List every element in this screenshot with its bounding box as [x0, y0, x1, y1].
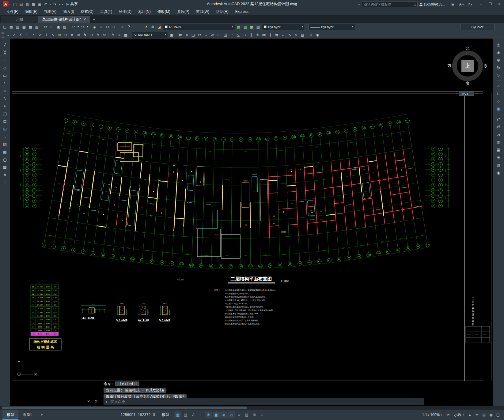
menu-file[interactable]: 文件(F) — [3, 8, 22, 15]
compass-east-label[interactable]: 东 — [484, 63, 487, 69]
object-snap-tracking-icon[interactable]: ◈ — [220, 411, 227, 418]
search-chevron-icon[interactable]: ▸ — [359, 3, 360, 6]
dim-linear-icon[interactable]: ↔ — [5, 32, 11, 38]
ortho-icon[interactable]: ⊥ — [197, 411, 204, 418]
graphics-performance-icon[interactable]: ◉ — [487, 411, 495, 418]
extend-icon[interactable]: → — [203, 32, 209, 38]
lineweight-display-icon[interactable]: ≡ — [236, 411, 243, 418]
layout-tab-layout1[interactable]: 布局1 — [18, 410, 36, 420]
arc-icon[interactable]: ◜ — [1, 80, 9, 87]
dim-break-icon[interactable]: ≠ — [69, 32, 75, 38]
match-properties-icon[interactable]: ▨ — [62, 24, 68, 30]
dim-style-manager-icon[interactable]: ▣ — [169, 32, 175, 38]
make-block-icon[interactable]: ⊞ — [1, 126, 9, 133]
quick-select-icon[interactable]: ◉ — [314, 32, 321, 38]
layer-previous-icon[interactable]: ▥ — [242, 24, 248, 30]
scrollbar-thumb[interactable] — [2, 407, 247, 409]
offset-icon[interactable]: ∥ — [248, 32, 254, 38]
transparency-icon[interactable]: ▨ — [243, 411, 250, 418]
file-tab-start[interactable]: 开始 — [1, 16, 38, 23]
menu-insert[interactable]: 插入(I) — [60, 8, 77, 15]
maximize-button[interactable]: ❐ — [486, 0, 495, 8]
dim-diameter-icon[interactable]: ⊘ — [37, 32, 43, 38]
leader-icon[interactable]: ↖ — [50, 32, 56, 38]
customization-gear-icon[interactable]: ✳ — [445, 411, 452, 418]
menu-dimension[interactable]: 标注(N) — [135, 8, 154, 15]
qat-redo-dropdown[interactable]: ▾ — [58, 1, 61, 7]
compass-north-label[interactable]: 北 — [466, 46, 469, 51]
model-space-toggle[interactable]: 模型 — [159, 412, 172, 418]
qat-open-icon[interactable]: ▤ — [18, 1, 24, 7]
rotate-gizmo-icon[interactable]: ↺ — [495, 123, 502, 130]
color-combo[interactable]: ByLayer▾ — [262, 24, 305, 30]
undo-icon[interactable]: ↶ — [70, 24, 77, 30]
dim-text-edit-icon[interactable]: A — [95, 32, 101, 38]
add-selected-icon[interactable]: ∵ — [1, 179, 9, 186]
help-icon[interactable]: ? — [126, 24, 132, 30]
dim-jog-icon[interactable]: ↯ — [82, 32, 88, 38]
polyline-icon[interactable]: ⌐ — [1, 57, 9, 64]
dim-update-icon[interactable]: ↻ — [101, 32, 108, 38]
redo-dropdown[interactable]: ▾ — [86, 24, 89, 30]
properties-panel-icon[interactable]: ≡ — [308, 32, 314, 38]
menu-tools[interactable]: 工具(T) — [97, 8, 116, 15]
compass-south-label[interactable]: 南 — [466, 81, 469, 86]
break-icon[interactable]: ∦ — [267, 32, 274, 38]
polar-tracking-icon[interactable]: ✳ — [205, 411, 212, 418]
menu-format[interactable]: 格式(O) — [78, 8, 97, 15]
materials-icon[interactable]: ▧ — [495, 162, 502, 169]
insert-block-icon[interactable]: ⊡ — [1, 118, 9, 125]
array-icon[interactable]: ∷ — [241, 32, 248, 38]
annotation-scale-button[interactable]: 1:1 / 100%▾ — [422, 413, 442, 417]
drawing-canvas[interactable]: 1122445577881010111112121414151517171818… — [10, 39, 493, 406]
annotation-visibility-icon[interactable]: ▲ — [466, 411, 473, 418]
view-compass[interactable]: 上 北 南 西 东 — [447, 46, 488, 86]
explode-icon[interactable]: ✳ — [254, 32, 261, 38]
qat-plot-icon[interactable]: ▦ — [36, 1, 43, 7]
layer-combo[interactable]: REIN-N▾ — [163, 24, 235, 30]
zoom-previous-icon[interactable]: ⊖ — [111, 24, 117, 30]
horizontal-scrollbar[interactable] — [0, 406, 504, 410]
render-icon[interactable]: ◉ — [495, 169, 502, 176]
construction-line-icon[interactable]: ╳ — [1, 49, 9, 56]
cut-icon[interactable]: ✂ — [42, 24, 49, 30]
dim-angular-icon[interactable]: ∠ — [17, 32, 24, 38]
spline-icon[interactable]: ≈ — [1, 103, 9, 110]
viewcube-home-icon[interactable]: ⌂ — [495, 82, 502, 89]
named-views-icon[interactable]: ▣ — [495, 105, 502, 112]
qat-undo-icon[interactable]: ↶ — [43, 1, 49, 7]
compass-west-label[interactable]: 西 — [448, 63, 451, 69]
linetype-combo[interactable]: ———ByLayer▾ — [309, 24, 355, 30]
isometric-view-icon[interactable]: ◇ — [495, 98, 502, 105]
layer-freeze-icon[interactable]: ❄ — [150, 24, 156, 30]
clean-screen-icon[interactable]: ▢ — [495, 411, 502, 418]
pan-icon[interactable]: ◈ — [91, 24, 98, 30]
autodesk-app-button[interactable]: A ▾ — [458, 2, 465, 6]
isolate-objects-icon[interactable]: ◎ — [480, 411, 487, 418]
mtext-icon[interactable]: A — [1, 171, 9, 178]
showmotion-icon[interactable]: ▷ — [495, 72, 502, 79]
mtext-tool-icon[interactable]: ≡ — [116, 32, 123, 38]
search-icon[interactable] — [413, 3, 415, 6]
polygon-icon[interactable]: ◇ — [1, 64, 9, 71]
dim-space-icon[interactable]: ≋ — [75, 32, 82, 38]
sun-light-icon[interactable]: ☀ — [495, 154, 502, 161]
open-icon[interactable]: ▤ — [8, 24, 14, 30]
save-icon[interactable]: ▥ — [14, 24, 21, 30]
dim-style-combo[interactable]: STANDARD▾ — [132, 32, 168, 38]
qat-undo-dropdown[interactable]: ▾ — [49, 1, 52, 7]
qat-saveas-icon[interactable]: ▩ — [30, 1, 36, 7]
command-close-icon[interactable]: ✕ — [87, 399, 90, 403]
line-icon[interactable]: ╱ — [1, 41, 9, 48]
dim-arc-icon[interactable]: ◜ — [24, 32, 30, 38]
camera-icon[interactable]: ▦ — [495, 146, 502, 153]
qat-customize-dropdown[interactable]: ▾ — [61, 1, 64, 7]
center-mark-icon[interactable]: ⊙ — [63, 32, 69, 38]
region-icon[interactable]: ▢ — [1, 156, 9, 163]
toolbar-grip[interactable] — [2, 32, 4, 38]
dim-edit-icon[interactable]: ⊿ — [88, 32, 95, 38]
command-input-bar[interactable]: ▸ — [104, 398, 424, 405]
hatch-edit-icon[interactable]: ▨ — [299, 32, 306, 38]
spline-edit-icon[interactable]: ≈ — [293, 32, 299, 38]
command-input[interactable] — [111, 399, 422, 404]
